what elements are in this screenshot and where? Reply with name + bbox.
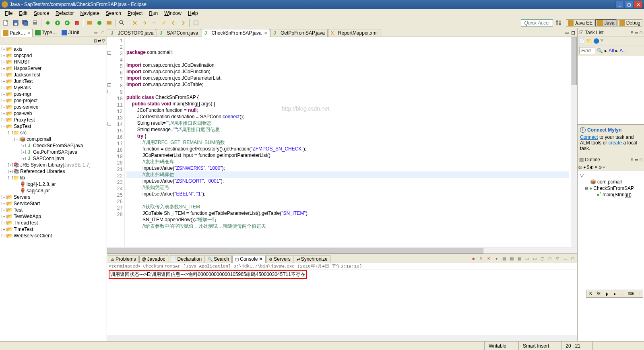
toggle-mark-button[interactable] [130,19,139,27]
menu-window[interactable]: Window [161,10,185,17]
task-list-max-icon[interactable]: ◻ [640,31,642,35]
console-tool-6[interactable]: ▤ [516,255,523,262]
console-tool-10[interactable]: ◻ [546,255,553,262]
editor-hscrollbar[interactable] [107,247,577,253]
editor-max-icon[interactable]: ◻ [570,29,576,36]
ime-button-6[interactable]: ⁞ [635,290,642,297]
bottom-tab-problems[interactable]: ⚠Problems [108,255,139,263]
console-output[interactable]: 调用返回状态--->E;调用返回信息--->物料0000000000001059… [107,270,577,335]
console-tool-1[interactable]: ✕ [477,255,485,262]
print-button[interactable] [31,19,39,27]
editor-vscrollbar[interactable] [571,37,577,247]
hide-local-icon[interactable]: ✕ [594,165,598,169]
outline-close-icon[interactable]: ✕ [630,157,634,162]
package-explorer-tree[interactable]: [+]📂axis[+]📂cnpcpad[+]📂HNUST[+]📂HsposSer… [0,45,107,341]
editor-tab[interactable]: JSAPConn.java [157,29,201,37]
mylyn-create-link[interactable]: create [609,140,622,146]
task-menu-icon[interactable]: ▽ [601,38,603,44]
tree-node[interactable]: [-]📦com.pcmall [0,136,107,142]
ime-button-4[interactable]: … [619,290,626,297]
tree-node[interactable]: [+]📂MyBatis [0,84,107,91]
bottom-tab-servers[interactable]: ⚙Servers [266,255,293,263]
ime-button-2[interactable]: ◗ [603,290,610,297]
close-icon[interactable]: ✕ [264,31,267,35]
console-hscrollbar[interactable] [107,335,577,341]
task-list-min-icon[interactable]: ▭ [635,31,638,35]
focus-active-icon[interactable]: ⊙ [599,165,602,169]
run-last-button[interactable] [63,19,72,27]
tree-node[interactable]: [+]📂TimeTest [0,226,107,233]
tree-node[interactable]: 🏺sapjco3.jar [0,187,107,194]
maximize-view-icon[interactable]: ◻ [99,29,106,36]
view-tab-junit[interactable]: JUnit [60,29,81,37]
last-edit-button[interactable] [159,19,168,27]
pin-button[interactable] [192,19,200,27]
tree-node[interactable]: [-]📂SapTest [0,123,107,130]
console-tool-0[interactable]: ■ [470,255,477,262]
forward-button[interactable] [179,19,188,27]
tree-node[interactable]: [+]JCheckSnFromSAP.java [0,142,107,149]
tree-node[interactable]: [+]📂ProxyTest [0,117,107,123]
task-find-input[interactable] [579,47,595,54]
hide-static-icon[interactable]: S [587,165,590,169]
minimize-view-icon[interactable]: ▭ [93,29,99,36]
ime-button-1[interactable]: 英 [595,290,602,297]
ime-toolbar[interactable]: S英◗●…⌨⁞ [586,290,643,298]
ime-button-5[interactable]: ⌨ [627,290,634,297]
editor-tab[interactable]: JCheckSnFromSAP.java✕ [202,29,270,37]
ime-button-3[interactable]: ● [611,290,618,297]
next-annotation-button[interactable] [140,19,149,27]
menu-help[interactable]: Help [185,10,201,17]
console-tool-7[interactable]: ▭ [523,255,530,262]
code-editor[interactable]: ---- 12345678910111213141516171819202122… [107,37,577,247]
tree-node[interactable]: [+]📂TestWebApp [0,213,107,220]
prev-annotation-button[interactable] [150,19,159,27]
tree-node[interactable]: [+]📂pos-service [0,104,107,110]
bottom-tab-search[interactable]: 🔍Search [205,255,232,263]
ext-tools-button[interactable] [72,19,81,27]
outline-node[interactable]: 📦com.pcmall [579,179,642,185]
code-area[interactable]: package com.pcmall;import com.sap.conn.j… [125,37,571,247]
bottom-tab-javadoc[interactable]: @Javadoc [139,255,168,263]
menu-run[interactable]: Run [146,10,161,17]
back-button[interactable] [169,19,178,27]
tree-node[interactable]: [+]📂ThreadTest [0,220,107,226]
console-tool-5[interactable]: ▤ [508,255,515,262]
menu-source[interactable]: Source [31,10,52,17]
tree-node[interactable]: [+]📂HsposServer [0,65,107,72]
close-icon[interactable]: ✕ [259,256,263,262]
editor-min-icon[interactable]: ▭ [563,29,570,36]
menu-navigate[interactable]: Navigate [77,10,102,17]
menu-refactor[interactable]: Refactor [52,10,77,17]
tree-node[interactable]: [-]📁lib [0,175,107,181]
tree-node[interactable]: [+]📚Referenced Libraries [0,168,107,175]
sort-icon[interactable]: a↓ [578,165,583,169]
focus-icon[interactable]: 🔵 [593,38,599,44]
new-package-button[interactable] [85,19,94,27]
outline-menu-icon[interactable]: ▽ [603,165,605,169]
task-all-link[interactable]: All [609,48,614,54]
menu-edit[interactable]: Edit [16,10,31,17]
link-editor-icon[interactable]: ⇄ [98,39,101,43]
collapse-all-icon[interactable]: ⊟ [94,39,97,43]
minimize-button[interactable]: _ [615,1,624,8]
outline-min-icon[interactable]: ▭ [635,158,638,162]
console-tool-12[interactable]: ▭ [561,255,569,262]
console-tool-8[interactable]: ▭ [531,255,538,262]
view-menu-icon[interactable]: ▽ [102,39,105,43]
console-tool-9[interactable]: ▢ [539,255,546,262]
tree-node[interactable]: [+]📂Test [0,207,107,213]
search-icon[interactable]: 🔍 [597,48,603,54]
tree-node[interactable]: [+]📂pos-project [0,97,107,104]
new-task-icon[interactable]: 📄 [579,38,585,44]
perspective-debug[interactable]: Debug [617,19,642,27]
tree-node[interactable]: [+]📂cnpcpad [0,52,107,59]
outline-tree[interactable]: ▽📦com.pcmall⊟●CheckSnFromSAP●Smain(Strin… [578,171,644,341]
bottom-tab-console[interactable]: ▢Console✕ [232,255,266,263]
view-tab-type[interactable]: Type… [33,29,59,37]
tree-node[interactable]: [+]📂JunitTest [0,78,107,84]
outline-node[interactable]: ⊟●CheckSnFromSAP [579,185,642,191]
task-a-link[interactable]: A... [619,48,627,54]
open-type-button[interactable] [105,19,114,27]
close-icon[interactable]: ✕ [27,31,31,35]
